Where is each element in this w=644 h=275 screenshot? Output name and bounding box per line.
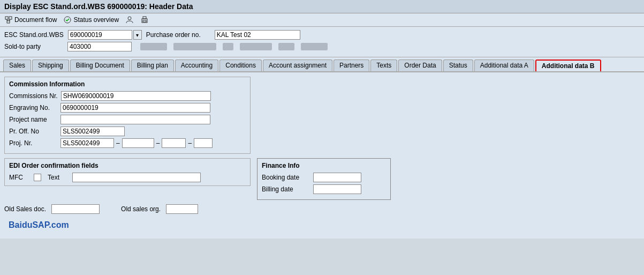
esc-input-group: ▾ (68, 30, 142, 40)
old-sales-org-group: Old sales org. (121, 204, 198, 214)
esc-label: ESC Stand.ord.WBS (4, 31, 64, 39)
proj-nr-group: – – – (60, 138, 213, 148)
engraving-input[interactable] (60, 103, 210, 113)
billing-date-row: Billing date (262, 184, 386, 194)
svg-rect-9 (143, 20, 146, 22)
text-input[interactable] (72, 173, 201, 182)
old-docs-row: Old Sales doc. Old sales org. (4, 204, 640, 214)
sold-to-label: Sold-to party (4, 43, 63, 50)
document-flow-icon (4, 16, 13, 24)
commissions-input[interactable] (61, 91, 211, 101)
edi-section: EDI Order confirmation fields MFC Text (4, 158, 251, 186)
svg-rect-1 (9, 17, 12, 19)
document-flow-button[interactable]: Document flow (4, 16, 57, 24)
sold-to-row: Sold-to party (4, 42, 640, 51)
print-icon (140, 16, 149, 24)
old-sales-doc-input[interactable] (51, 204, 100, 214)
purchase-order-input[interactable] (215, 30, 300, 40)
purchase-order-label: Purchase order no. (146, 31, 210, 39)
finance-section: Finance Info Booking date Billing date (257, 158, 391, 200)
esc-row: ESC Stand.ord.WBS ▾ Purchase order no. (4, 30, 640, 40)
proj-nr-input3[interactable] (162, 138, 186, 148)
billing-date-label: Billing date (262, 185, 310, 193)
booking-date-input[interactable] (313, 173, 361, 182)
old-sales-org-input[interactable] (166, 204, 198, 214)
billing-date-input[interactable] (313, 184, 361, 194)
title-text: Display ESC Stand.ord.WBS 690000019: Hea… (4, 2, 193, 11)
tab-account-assignment[interactable]: Account assignment (263, 60, 332, 71)
esc-lookup-btn[interactable]: ▾ (133, 30, 142, 40)
status-overview-label: Status overview (73, 16, 119, 24)
project-name-input[interactable] (60, 115, 210, 124)
project-name-row: Project name (9, 115, 246, 124)
proj-nr-row: Proj. Nr. – – – (9, 138, 246, 148)
edi-title: EDI Order confirmation fields (9, 162, 246, 169)
old-sales-doc-group: Old Sales doc. (4, 204, 100, 214)
bottom-row: EDI Order confirmation fields MFC Text F… (4, 158, 640, 200)
booking-date-row: Booking date (262, 173, 386, 182)
proj-nr-input1[interactable] (60, 138, 114, 148)
proj-nr-input4[interactable] (194, 138, 213, 148)
proj-nr-input2[interactable] (122, 138, 154, 148)
svg-point-6 (128, 17, 131, 20)
old-sales-org-label: Old sales org. (121, 205, 161, 213)
tab-additional-data-b[interactable]: Additional data B (535, 60, 601, 71)
print-button[interactable] (140, 16, 149, 24)
commission-title: Commission Information (9, 80, 246, 88)
toolbar: Document flow Status overview (0, 13, 644, 27)
mfc-label: MFC (9, 174, 31, 181)
status-overview-button[interactable]: Status overview (63, 16, 119, 24)
old-sales-doc-label: Old Sales doc. (4, 205, 46, 213)
main-content: Commission Information Commissions Nr. E… (0, 72, 644, 239)
sold-to-input[interactable] (67, 42, 132, 51)
pr-off-label: Pr. Off. No (9, 128, 57, 135)
text-label: Text (48, 174, 69, 181)
tab-status[interactable]: Status (443, 60, 473, 71)
commissions-label: Commissions Nr. (9, 92, 58, 100)
tabs-container: Sales Shipping Billing Document Billing … (0, 57, 644, 72)
mfc-row: MFC Text (9, 173, 246, 182)
tab-conditions[interactable]: Conditions (219, 60, 262, 71)
form-area: ESC Stand.ord.WBS ▾ Purchase order no. S… (0, 27, 644, 57)
pr-off-row: Pr. Off. No (9, 127, 246, 136)
engraving-label: Engraving No. (9, 104, 57, 112)
tab-accounting[interactable]: Accounting (175, 60, 218, 71)
tab-shipping[interactable]: Shipping (32, 60, 69, 71)
tab-billing-plan[interactable]: Billing plan (131, 60, 174, 71)
tab-partners[interactable]: Partners (334, 60, 369, 71)
commission-section: Commission Information Commissions Nr. E… (4, 77, 251, 154)
finance-title: Finance Info (262, 162, 386, 169)
tab-billing-document[interactable]: Billing Document (70, 60, 130, 71)
person-icon-button[interactable] (125, 16, 134, 24)
title-bar: Display ESC Stand.ord.WBS 690000019: Hea… (0, 0, 644, 13)
person-icon (125, 16, 134, 24)
tab-order-data[interactable]: Order Data (398, 60, 442, 71)
svg-rect-8 (143, 17, 146, 19)
footer-text: BaiduSAP.com (4, 216, 640, 234)
status-overview-icon (63, 16, 72, 24)
document-flow-label: Document flow (14, 16, 57, 24)
project-name-label: Project name (9, 116, 57, 123)
tab-texts[interactable]: Texts (370, 60, 397, 71)
mfc-checkbox[interactable] (34, 174, 41, 181)
esc-input[interactable] (68, 30, 132, 40)
pr-off-input[interactable] (60, 127, 125, 136)
tab-additional-data-a[interactable]: Additional data A (474, 60, 534, 71)
proj-nr-label: Proj. Nr. (9, 139, 57, 147)
svg-rect-0 (5, 17, 8, 19)
commissions-row: Commissions Nr. (9, 91, 246, 101)
booking-date-label: Booking date (262, 174, 310, 181)
tab-sales[interactable]: Sales (3, 60, 31, 71)
engraving-row: Engraving No. (9, 103, 246, 113)
